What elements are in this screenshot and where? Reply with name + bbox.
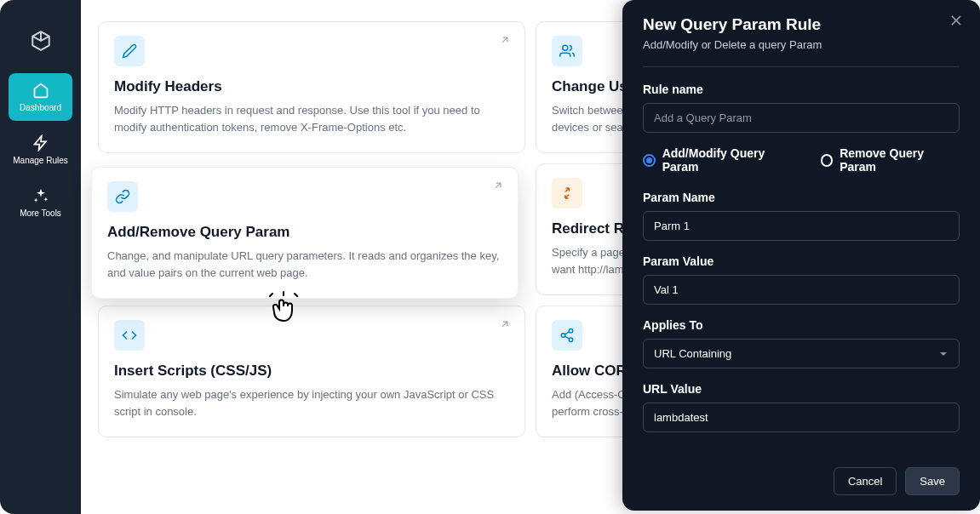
radio-icon — [643, 154, 656, 167]
panel-title: New Query Param Rule — [643, 15, 960, 34]
radio-group: Add/Modify Query Param Remove Query Para… — [643, 146, 960, 174]
nav-label: Manage Rules — [13, 156, 67, 165]
card-desc: Simulate any web page's experience by in… — [114, 386, 509, 420]
arrow-icon — [492, 180, 504, 191]
nav-label: Dashboard — [20, 103, 61, 112]
home-icon — [32, 82, 49, 99]
radio-label: Add/Modify Query Param — [662, 146, 800, 174]
rule-name-input[interactable] — [643, 103, 960, 133]
redirect-icon — [552, 178, 582, 208]
card-desc: Change, and manipulate URL query paramet… — [107, 248, 502, 281]
share-icon — [552, 320, 582, 351]
url-value-input[interactable] — [643, 403, 960, 432]
nav-more-tools[interactable]: More Tools — [9, 179, 72, 226]
svg-point-1 — [561, 334, 565, 338]
panel-actions: Cancel Save — [834, 467, 960, 495]
svg-point-2 — [569, 338, 573, 342]
radio-add-modify[interactable]: Add/Modify Query Param — [643, 146, 800, 174]
card-title: Add/Remove Query Param — [107, 224, 502, 241]
pencil-icon — [114, 36, 145, 66]
param-value-input[interactable] — [643, 275, 960, 305]
card-title: Modify Headers — [114, 78, 509, 95]
url-value-label: URL Value — [643, 382, 960, 396]
save-button[interactable]: Save — [905, 467, 960, 495]
sidebar: Dashboard Manage Rules More Tools — [0, 0, 81, 514]
card-desc: Modify HTTP headers in request and respo… — [114, 102, 509, 135]
divider — [643, 66, 960, 67]
card-add-remove-query-param[interactable]: Add/Remove Query Param Change, and manip… — [91, 167, 519, 299]
code-icon — [114, 320, 145, 351]
card-title: Insert Scripts (CSS/JS) — [114, 363, 509, 380]
radio-icon — [821, 154, 834, 167]
param-name-label: Param Name — [643, 191, 960, 204]
nav-dashboard[interactable]: Dashboard — [9, 73, 72, 121]
users-icon — [552, 36, 582, 66]
close-button[interactable] — [948, 12, 965, 29]
svg-point-0 — [569, 329, 573, 334]
arrow-icon — [499, 318, 511, 330]
applies-to-select[interactable]: URL Containing — [643, 339, 960, 368]
panel-subtitle: Add/Modify or Delete a query Param — [643, 38, 960, 51]
app-container: Dashboard Manage Rules More Tools Modify… — [0, 0, 980, 514]
radio-remove[interactable]: Remove Query Param — [821, 146, 960, 174]
logo-icon — [30, 30, 52, 52]
param-name-input[interactable] — [643, 211, 960, 241]
card-insert-scripts[interactable]: Insert Scripts (CSS/JS) Simulate any web… — [98, 306, 525, 437]
radio-label: Remove Query Param — [840, 146, 960, 174]
arrow-icon — [499, 34, 511, 46]
applies-to-label: Applies To — [643, 318, 960, 332]
link-icon — [107, 181, 138, 212]
nav-label: More Tools — [20, 208, 61, 218]
rule-name-label: Rule name — [643, 83, 960, 96]
card-modify-headers[interactable]: Modify Headers Modify HTTP headers in re… — [98, 21, 525, 153]
bolt-icon — [32, 134, 49, 151]
sparkle-icon — [32, 187, 49, 204]
param-value-label: Param Value — [643, 254, 960, 268]
cancel-button[interactable]: Cancel — [834, 467, 897, 495]
new-rule-panel: New Query Param Rule Add/Modify or Delet… — [622, 0, 980, 511]
nav-manage-rules[interactable]: Manage Rules — [9, 126, 72, 174]
